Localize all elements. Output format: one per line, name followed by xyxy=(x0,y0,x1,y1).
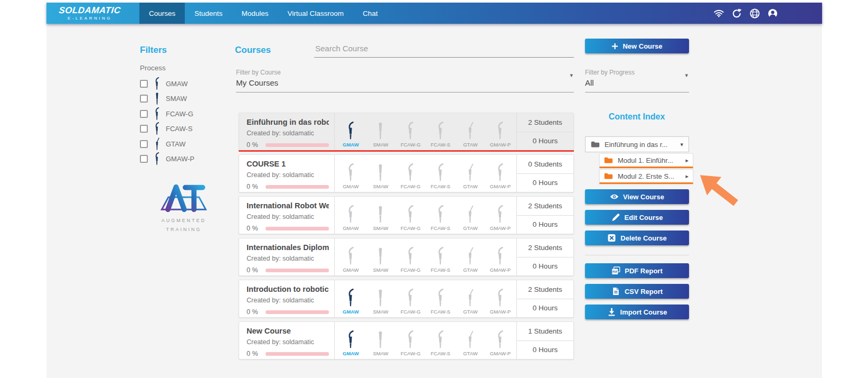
tig-icon xyxy=(465,246,476,266)
content-index-item-1[interactable]: Modul 1. Einführ...▸ xyxy=(599,153,693,168)
content-index-item-2[interactable]: Modul 2. Erste S...▸ xyxy=(599,169,693,184)
filter-by-progress-value: All xyxy=(585,78,689,92)
navbar-icons xyxy=(714,8,778,19)
chevron-right-icon[interactable]: ▸ xyxy=(685,173,688,180)
process-label: GTAW xyxy=(463,267,477,273)
process-label: GTAW xyxy=(463,309,477,315)
course-row[interactable]: COURSE 1 Created by: soldamatic 0 % GMAW… xyxy=(239,154,574,192)
import-icon xyxy=(607,308,616,316)
csv-report-button[interactable]: CSV Report xyxy=(585,284,689,299)
process-group-label: Process xyxy=(140,64,166,72)
filter-by-course-label: Filter by Course xyxy=(236,69,574,76)
course-row[interactable]: New Course Created by: soldamatic 0 % GM… xyxy=(239,321,574,359)
wifi-icon[interactable] xyxy=(714,8,724,19)
course-name: Internationales Diplom für Rob... xyxy=(247,243,329,252)
course-created-by: Created by: soldamatic xyxy=(247,297,329,304)
account-icon[interactable] xyxy=(768,8,778,19)
process-indicator-smaw: SMAW xyxy=(366,113,395,150)
process-label: FCAW-S xyxy=(431,309,450,315)
process-label: GTAW xyxy=(463,183,477,189)
process-label: FCAW-G xyxy=(401,142,421,147)
new-course-button[interactable]: New Course xyxy=(585,39,689,53)
process-indicator-gtaw: GTAW xyxy=(456,280,485,317)
globe-icon[interactable] xyxy=(750,8,760,19)
process-indicator-smaw: SMAW xyxy=(366,322,395,359)
process-label: SMAW xyxy=(373,309,388,315)
torch-icon xyxy=(153,77,162,90)
filter-by-course-select[interactable]: Filter by Course My Courses ▾ xyxy=(236,69,574,93)
pdf-icon xyxy=(611,266,620,275)
nav-tab-students[interactable]: Students xyxy=(185,3,232,24)
course-name: Introduction to robotic weldin... xyxy=(247,285,329,293)
process-indicator-fcaw-s: FCAW-S xyxy=(426,113,455,150)
delete-course-button[interactable]: Delete Course xyxy=(585,231,689,245)
refresh-icon[interactable] xyxy=(732,8,742,19)
course-process-icons: GMAWSMAWFCAW-GFCAW-SGTAWGMAW-P xyxy=(334,113,516,150)
filter-item-gmaw: GMAW xyxy=(140,76,194,91)
course-info: New Course Created by: soldamatic 0 % xyxy=(239,322,334,359)
filter-checkbox-smaw[interactable] xyxy=(140,95,148,103)
course-row[interactable]: Einführung in das robotersch... Created … xyxy=(239,113,574,151)
edit-course-button[interactable]: Edit Course xyxy=(585,210,689,225)
process-indicator-gtaw: GTAW xyxy=(456,197,485,234)
view-course-button[interactable]: View Course xyxy=(585,189,689,204)
chevron-down-icon[interactable]: ▾ xyxy=(685,72,688,79)
process-label: FCAW-G xyxy=(401,267,421,273)
stick-icon xyxy=(375,205,386,224)
nav-tab-chat[interactable]: Chat xyxy=(353,3,388,24)
course-progress-bar xyxy=(266,352,329,356)
course-row[interactable]: Introduction to robotic weldin... Create… xyxy=(239,280,574,318)
process-indicator-fcaw-g: FCAW-G xyxy=(397,280,425,317)
chevron-down-icon[interactable]: ▾ xyxy=(570,72,573,79)
process-label: FCAW-G xyxy=(401,309,421,315)
course-row[interactable]: International Robot Welding B... Created… xyxy=(239,196,574,234)
course-progress-percent: 0 % xyxy=(247,308,266,316)
filter-by-progress-select[interactable]: Filter by Progress All ▾ xyxy=(585,69,689,93)
process-label: SMAW xyxy=(373,225,388,231)
filter-checkbox-gmaw-p[interactable] xyxy=(140,155,148,163)
filter-checkbox-fcaw-s[interactable] xyxy=(140,125,148,133)
process-filter-list: GMAWSMAWFCAW-GFCAW-SGTAWGMAW-P xyxy=(140,76,194,167)
process-label: GMAW-P xyxy=(490,142,511,147)
chevron-right-icon[interactable]: ▸ xyxy=(685,157,688,164)
course-name: International Robot Welding B... xyxy=(247,201,329,210)
process-label: GMAW xyxy=(343,309,359,315)
process-indicator-fcaw-g: FCAW-G xyxy=(397,322,425,359)
import-course-button[interactable]: Import Course xyxy=(585,305,689,319)
course-row[interactable]: Internationales Diplom für Rob... Create… xyxy=(239,238,574,276)
process-indicator-gmaw: GMAW xyxy=(336,113,365,150)
course-process-icons: GMAWSMAWFCAW-GFCAW-SGTAWGMAW-P xyxy=(334,322,516,359)
search-course-input[interactable] xyxy=(314,42,574,58)
process-label: FCAW-S xyxy=(431,267,450,273)
main-content: Filters Process GMAWSMAWFCAW-GFCAW-SGTAW… xyxy=(46,24,822,378)
nav-tab-virtual-classroom[interactable]: Virtual Classroom xyxy=(278,3,353,24)
torch-icon xyxy=(153,152,162,165)
process-label: SMAW xyxy=(373,183,388,189)
chevron-down-icon[interactable]: ▾ xyxy=(680,141,683,148)
course-progress: 0 % xyxy=(247,225,329,232)
process-label: SMAW xyxy=(373,351,388,356)
course-info: Internationales Diplom für Rob... Create… xyxy=(239,238,334,275)
course-progress-percent: 0 % xyxy=(247,141,266,149)
pdf-report-button[interactable]: PDF Report xyxy=(585,263,689,278)
content-index-root-item[interactable]: Einführung in das r... ▾ xyxy=(585,136,689,152)
process-label: SMAW xyxy=(373,267,388,273)
torch-icon xyxy=(405,246,416,266)
process-indicator-gtaw: GTAW xyxy=(456,113,485,150)
process-indicator-fcaw-g: FCAW-G xyxy=(397,113,425,150)
filter-checkbox-gtaw[interactable] xyxy=(140,140,148,148)
process-label: FCAW-S xyxy=(431,225,450,231)
process-indicator-gmaw: GMAW xyxy=(336,238,365,275)
torch-icon xyxy=(495,288,506,308)
course-info: Introduction to robotic weldin... Create… xyxy=(239,280,334,317)
filter-by-course-value: My Courses xyxy=(236,78,574,92)
nav-tab-courses[interactable]: Courses xyxy=(139,3,185,24)
course-progress: 0 % xyxy=(247,350,329,357)
process-label: GMAW xyxy=(343,267,358,273)
brand-caption-line1: AUGMENTED xyxy=(149,217,218,225)
filter-checkbox-fcaw-g[interactable] xyxy=(140,110,148,118)
nav-tab-modules[interactable]: Modules xyxy=(232,3,278,24)
top-navbar: SOLDAMATIC E-LEARNING CoursesStudentsMod… xyxy=(46,3,822,24)
filter-checkbox-gmaw[interactable] xyxy=(140,80,148,88)
course-progress: 0 % xyxy=(247,308,329,316)
